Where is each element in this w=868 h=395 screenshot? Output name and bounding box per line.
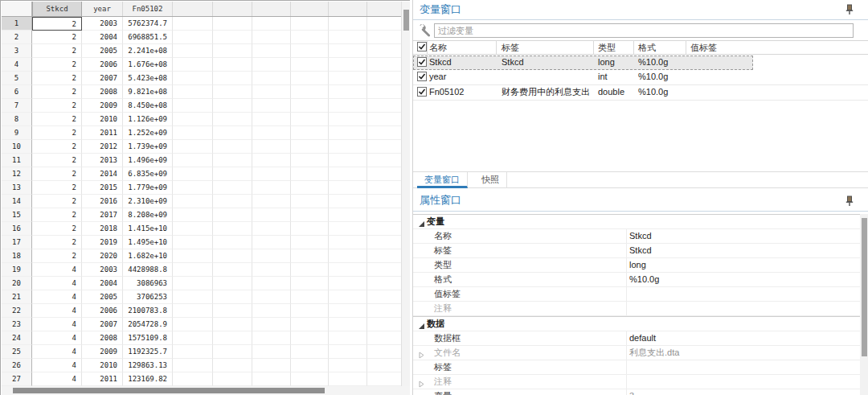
grid-cell[interactable]: 2 (32, 113, 82, 126)
grid-cell[interactable] (252, 208, 291, 222)
col-header-type[interactable]: 类型 (598, 41, 616, 54)
grid-cell[interactable] (367, 318, 401, 331)
column-header[interactable] (173, 2, 213, 16)
grid-cell[interactable]: 2 (32, 249, 82, 263)
grid-cell[interactable] (367, 154, 401, 167)
grid-cell[interactable] (291, 290, 329, 304)
grid-cell[interactable]: 2 (32, 99, 82, 113)
grid-cell[interactable] (173, 44, 213, 58)
grid-cell[interactable]: 1.739e+09 (123, 140, 173, 154)
grid-cell[interactable]: 2004 (82, 31, 123, 44)
grid-cell[interactable]: 123169.82 (123, 372, 173, 386)
grid-cell[interactable] (173, 236, 213, 249)
grid-cell[interactable]: 6968851.5 (123, 31, 173, 44)
grid-cell[interactable] (329, 290, 367, 304)
row-number[interactable]: 22 (2, 304, 32, 318)
grid-cell[interactable] (213, 208, 252, 222)
grid-cell[interactable] (329, 140, 367, 154)
grid-vertical-scroll-thumb[interactable] (403, 10, 409, 31)
grid-cell[interactable]: 2020 (82, 249, 123, 263)
grid-cell[interactable]: 4 (32, 277, 82, 290)
grid-cell[interactable] (213, 249, 252, 263)
grid-cell[interactable] (252, 44, 291, 58)
grid-cell[interactable] (291, 167, 329, 181)
grid-cell[interactable] (213, 345, 252, 359)
column-header[interactable] (291, 2, 329, 16)
grid-cell[interactable]: 2019 (82, 236, 123, 249)
grid-cell[interactable] (329, 58, 367, 72)
grid-cell[interactable] (329, 236, 367, 249)
grid-cell[interactable] (213, 304, 252, 318)
grid-cell[interactable] (252, 195, 291, 208)
grid-horizontal-scroll-thumb[interactable] (13, 388, 325, 393)
row-number[interactable]: 18 (2, 249, 32, 263)
grid-cell[interactable] (252, 290, 291, 304)
grid-cell[interactable]: 2011 (82, 372, 123, 386)
grid-cell[interactable] (252, 58, 291, 72)
grid-cell[interactable]: 4 (32, 304, 82, 318)
grid-cell[interactable]: 5.423e+08 (123, 72, 173, 85)
grid-cell[interactable] (367, 181, 401, 195)
grid-cell[interactable]: 2010 (82, 113, 123, 126)
grid-cell[interactable] (173, 181, 213, 195)
grid-cell[interactable] (213, 318, 252, 331)
property-row[interactable]: 值标签 (413, 287, 860, 302)
grid-cell[interactable] (252, 372, 291, 386)
row-number[interactable]: 24 (2, 331, 32, 345)
grid-cell[interactable]: 4 (32, 372, 82, 386)
grid-cell[interactable]: 4 (32, 359, 82, 372)
grid-cell[interactable] (329, 249, 367, 263)
grid-cell[interactable] (173, 345, 213, 359)
grid-cell[interactable]: 4 (32, 331, 82, 345)
grid-cell[interactable]: 6.835e+09 (123, 167, 173, 181)
grid-cell[interactable] (252, 263, 291, 277)
grid-cell[interactable] (252, 85, 291, 99)
variable-row[interactable]: StkcdStkcdlong%10.0g (413, 56, 753, 70)
grid-cell[interactable] (329, 44, 367, 58)
grid-cell[interactable] (213, 359, 252, 372)
col-header-label[interactable]: 标签 (502, 41, 519, 54)
properties-vertical-scrollbar[interactable] (860, 214, 868, 395)
grid-cell[interactable]: 2006 (82, 304, 123, 318)
grid-cell[interactable]: 2015 (82, 181, 123, 195)
row-number[interactable]: 14 (2, 195, 32, 208)
grid-cell[interactable]: 2 (32, 181, 82, 195)
column-header[interactable]: Stkcd (32, 2, 82, 16)
grid-cell[interactable] (367, 208, 401, 222)
grid-cell[interactable] (291, 359, 329, 372)
grid-cell[interactable] (252, 304, 291, 318)
grid-cell[interactable]: 9.821e+08 (123, 85, 173, 99)
grid-cell[interactable] (291, 249, 329, 263)
grid-cell[interactable]: 2007 (82, 318, 123, 331)
variable-checkbox[interactable] (417, 57, 427, 71)
col-header-format[interactable]: 格式 (638, 41, 656, 54)
grid-cell[interactable]: 2012 (82, 140, 123, 154)
row-number[interactable]: 20 (2, 277, 32, 290)
grid-cell[interactable]: 1.252e+09 (123, 126, 173, 140)
grid-cell[interactable] (329, 17, 367, 31)
grid-cell[interactable] (367, 359, 401, 372)
grid-cell[interactable]: 1.415e+10 (123, 222, 173, 236)
grid-cell[interactable] (213, 58, 252, 72)
grid-cell[interactable] (252, 277, 291, 290)
property-value[interactable]: 3 (629, 389, 634, 395)
grid-cell[interactable] (329, 126, 367, 140)
grid-cell[interactable] (291, 236, 329, 249)
pin-icon[interactable] (845, 4, 854, 17)
grid-cell[interactable]: 2 (32, 236, 82, 249)
grid-cell[interactable] (252, 236, 291, 249)
corner-cell[interactable] (2, 2, 32, 16)
row-number[interactable]: 23 (2, 318, 32, 331)
row-number[interactable]: 12 (2, 167, 32, 181)
grid-cell[interactable] (173, 126, 213, 140)
row-number[interactable]: 21 (2, 290, 32, 304)
pin-icon[interactable] (845, 195, 854, 208)
grid-cell[interactable]: 2 (32, 17, 82, 31)
property-row[interactable]: 数据框default (413, 331, 860, 346)
grid-cell[interactable]: 8.450e+08 (123, 99, 173, 113)
grid-cell[interactable] (252, 72, 291, 85)
row-number[interactable]: 13 (2, 181, 32, 195)
row-number[interactable]: 25 (2, 345, 32, 359)
property-value[interactable]: Stkcd (629, 244, 652, 257)
row-number[interactable]: 8 (2, 113, 32, 126)
